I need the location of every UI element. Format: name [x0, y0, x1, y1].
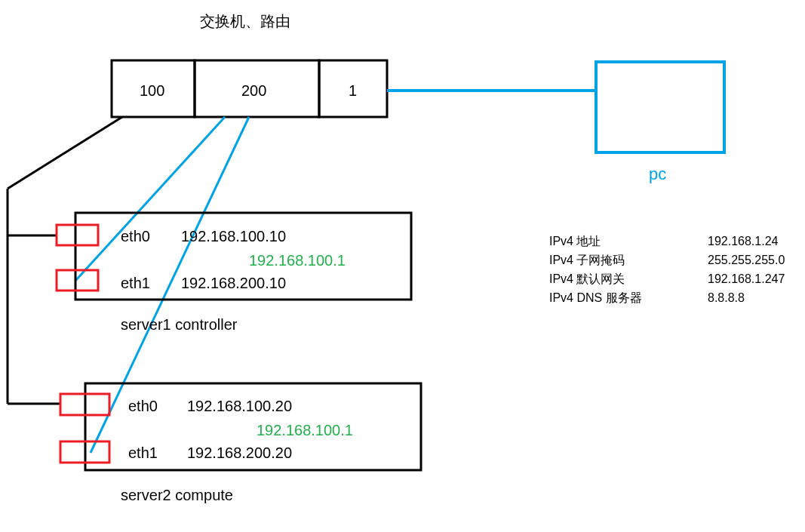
ipv4-row-label: IPv4 DNS 服务器 — [549, 291, 642, 304]
server1-eth1-if: eth1 — [121, 275, 150, 291]
server1-name: server1 controller — [121, 316, 238, 333]
server1-eth0-if: eth0 — [121, 228, 150, 244]
switch-port-1: 1 — [349, 82, 357, 99]
server1-eth1-ip: 192.168.200.10 — [181, 275, 286, 291]
ipv4-row-value: 8.8.8.8 — [708, 291, 745, 304]
server1-eth1-port — [57, 270, 98, 291]
pc-ipv4-table: IPv4 地址 192.168.1.24 IPv4 子网掩码 255.255.2… — [549, 235, 785, 304]
ipv4-row-value: 255.255.255.0 — [708, 254, 785, 266]
server2-eth0-if: eth0 — [128, 398, 158, 414]
switch-box: 100 200 1 — [112, 60, 387, 117]
server1-eth0-port — [57, 225, 98, 245]
server2-gateway: 192.168.100.1 — [257, 422, 353, 438]
ipv4-row-label: IPv4 地址 — [549, 235, 601, 248]
link-black — [8, 117, 122, 404]
server1-box: eth0 192.168.100.10 192.168.100.1 eth1 1… — [57, 213, 411, 333]
ipv4-row-label: IPv4 默认网关 — [549, 272, 625, 285]
server2-eth0-ip: 192.168.100.20 — [187, 398, 292, 414]
svg-line-4 — [8, 117, 122, 189]
pc-box: pc — [596, 62, 724, 183]
server2-eth1-ip: 192.168.200.20 — [187, 444, 292, 461]
pc-label: pc — [649, 165, 666, 183]
server2-name: server2 compute — [121, 487, 233, 503]
svg-line-8 — [75, 117, 225, 281]
svg-rect-3 — [596, 62, 724, 152]
server2-eth1-if: eth1 — [128, 444, 158, 461]
server1-eth0-ip: 192.168.100.10 — [181, 228, 286, 244]
ipv4-row-value: 192.168.1.247 — [708, 272, 785, 285]
ipv4-row-value: 192.168.1.24 — [708, 235, 779, 248]
switch-port-200: 200 — [241, 82, 266, 99]
switch-port-100: 100 — [140, 82, 164, 99]
switch-title: 交换机、路由 — [200, 13, 290, 29]
ipv4-row-label: IPv4 子网掩码 — [549, 254, 625, 266]
server1-gateway: 192.168.100.1 — [249, 252, 346, 269]
